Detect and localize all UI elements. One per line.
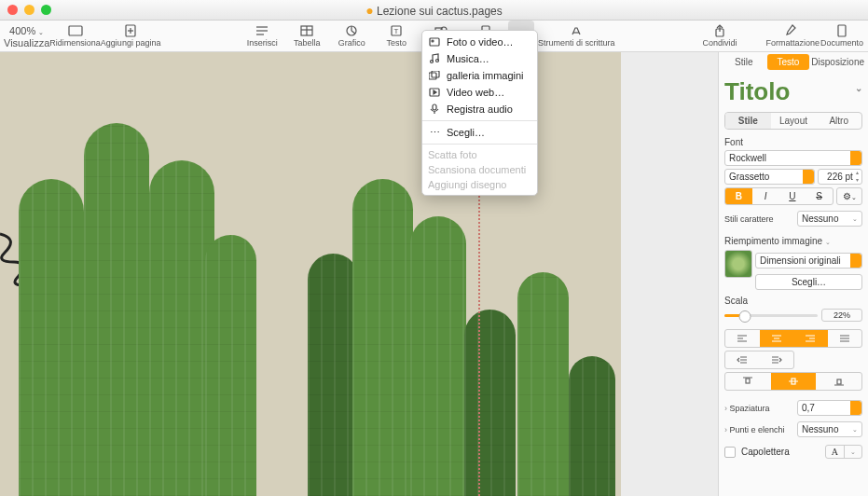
svg-point-51 xyxy=(436,60,439,62)
document-button[interactable]: Documento xyxy=(820,21,864,51)
indent-button[interactable] xyxy=(760,351,794,368)
tab-layout[interactable]: Disposizione xyxy=(811,54,864,70)
svg-rect-47 xyxy=(837,379,841,384)
document-canvas[interactable] xyxy=(0,52,718,496)
menu-item-photo-video[interactable]: Foto o video… xyxy=(422,34,537,50)
insert-icon xyxy=(253,24,271,37)
font-section-label: Font xyxy=(724,137,862,147)
bullets-select[interactable]: Nessuno⌄ xyxy=(797,421,862,437)
format-button[interactable]: Formattazione xyxy=(765,21,820,51)
view-label: Visualizza xyxy=(4,37,49,48)
scale-label: Scala xyxy=(724,296,862,306)
resize-icon xyxy=(66,24,85,37)
valign-middle-button[interactable] xyxy=(771,373,817,390)
gallery-icon xyxy=(428,69,441,82)
menu-item-image-gallery[interactable]: galleria immagini xyxy=(422,67,537,84)
spacing-label: › Spaziatura xyxy=(724,404,793,413)
svg-rect-23 xyxy=(838,25,846,36)
align-left-button[interactable] xyxy=(725,330,760,347)
svg-rect-48 xyxy=(430,38,439,46)
italic-button[interactable]: I xyxy=(752,188,779,204)
resize-button[interactable]: Ridimensiona xyxy=(49,21,101,51)
valign-bottom-button[interactable] xyxy=(816,373,861,390)
char-styles-label: Stili carattere xyxy=(724,214,793,224)
document-icon xyxy=(833,24,851,37)
svg-rect-0 xyxy=(69,26,82,35)
choose-image-button[interactable]: Scegli… xyxy=(755,274,862,290)
align-center-button[interactable] xyxy=(760,330,794,347)
format-inspector: Stile Testo Disposizione Titolo⌄ Stile L… xyxy=(718,52,868,496)
table-button[interactable]: Tabella xyxy=(284,21,329,51)
tab-style[interactable]: Stile xyxy=(723,54,765,70)
text-style-group: B I U S xyxy=(724,187,834,205)
writing-tools-icon xyxy=(567,24,586,37)
menu-item-choose[interactable]: ⋯Scegli… xyxy=(422,124,537,141)
spacing-field[interactable]: 0,7 xyxy=(797,400,862,416)
svg-point-50 xyxy=(431,61,434,63)
valign-top-button[interactable] xyxy=(725,373,771,390)
svg-text:T: T xyxy=(394,27,399,35)
char-styles-select[interactable]: Nessuno⌄ xyxy=(797,211,862,227)
text-subtabs: Stile Layout Altro xyxy=(724,112,862,130)
indent-group xyxy=(724,351,794,369)
dropcap-label: Capolettera xyxy=(741,447,790,457)
menu-item-web-video[interactable]: Video web… xyxy=(422,84,537,101)
vertical-align-group xyxy=(724,372,862,391)
dropcap-style-select[interactable]: A ⌄ xyxy=(825,445,862,459)
subtab-other[interactable]: Altro xyxy=(816,113,861,129)
dropcap-checkbox[interactable] xyxy=(724,447,736,458)
fill-mode-select[interactable]: Dimensioni originali xyxy=(755,253,862,269)
ellipsis-icon: ⋯ xyxy=(428,126,441,139)
svg-rect-52 xyxy=(429,73,436,79)
zoom-level-button[interactable]: 400% ⌄ Visualizza xyxy=(4,21,49,51)
outdent-button[interactable] xyxy=(725,351,760,368)
subtab-style[interactable]: Stile xyxy=(725,113,771,129)
chart-icon xyxy=(342,24,361,37)
font-size-field[interactable]: 226 pt▴▾ xyxy=(818,169,862,185)
text-options-button[interactable]: ⚙︎⌄ xyxy=(836,187,862,205)
share-icon xyxy=(710,24,729,37)
menu-item-record-audio[interactable]: Registra audio xyxy=(422,101,537,117)
svg-rect-43 xyxy=(746,379,750,383)
menu-item-scan-docs: Scansiona documenti xyxy=(422,162,537,177)
bullets-label: › Punti e elenchi xyxy=(724,425,793,434)
align-right-button[interactable] xyxy=(793,330,828,347)
writing-tools-button[interactable]: Strumenti di scrittura xyxy=(534,21,618,51)
paragraph-style-selector[interactable]: Titolo⌄ xyxy=(724,74,862,106)
text-button[interactable]: T Testo xyxy=(374,21,419,51)
gear-icon: ⚙︎⌄ xyxy=(843,191,857,201)
scale-slider[interactable] xyxy=(724,314,818,317)
add-page-button[interactable]: Aggiungi pagina xyxy=(101,21,161,51)
window-titlebar: ● Lezione sui cactus.pages xyxy=(0,0,868,21)
menu-item-take-photo: Scatta foto xyxy=(422,147,537,162)
svg-rect-55 xyxy=(433,104,436,110)
canvas-background-gap xyxy=(621,52,718,496)
strikethrough-button[interactable]: S xyxy=(806,188,833,204)
format-icon xyxy=(783,24,802,37)
add-page-icon xyxy=(121,24,140,37)
scale-value-field[interactable]: 22% xyxy=(821,309,862,322)
chart-button[interactable]: Grafico xyxy=(329,21,374,51)
table-icon xyxy=(297,24,316,37)
photo-icon xyxy=(428,35,441,48)
share-button[interactable]: Condividi xyxy=(697,21,742,51)
subtab-layout[interactable]: Layout xyxy=(771,113,817,129)
underline-button[interactable]: U xyxy=(779,188,806,204)
web-video-icon xyxy=(428,86,441,99)
insert-button[interactable]: Inserisci xyxy=(240,21,284,51)
music-icon xyxy=(428,52,441,65)
svg-line-12 xyxy=(351,31,355,34)
font-weight-select[interactable]: Grassetto xyxy=(724,169,815,185)
tab-text[interactable]: Testo xyxy=(767,54,810,70)
chevron-down-icon: ⌄ xyxy=(855,83,862,93)
document-title: ● Lezione sui cactus.pages xyxy=(0,3,868,18)
menu-item-music[interactable]: Musica… xyxy=(422,50,537,67)
microphone-icon xyxy=(428,103,441,116)
font-family-select[interactable]: Rockwell xyxy=(724,150,862,166)
svg-rect-53 xyxy=(432,71,439,77)
inspector-top-tabs: Stile Testo Disposizione xyxy=(719,54,868,70)
text-icon: T xyxy=(387,24,406,37)
bold-button[interactable]: B xyxy=(725,188,752,204)
fill-image-swatch[interactable] xyxy=(724,250,752,278)
align-justify-button[interactable] xyxy=(828,330,862,347)
